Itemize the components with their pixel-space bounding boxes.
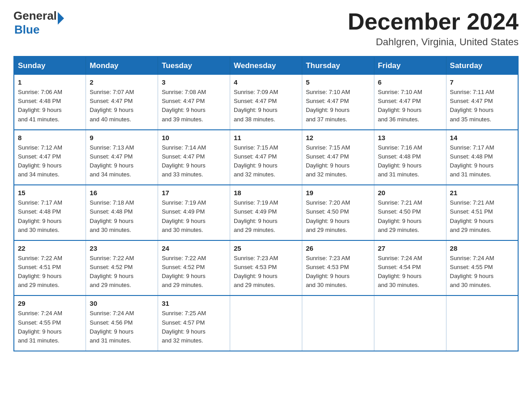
day-number: 26 — [306, 244, 370, 252]
calendar-cell: 5 Sunrise: 7:10 AMSunset: 4:47 PMDayligh… — [302, 75, 374, 130]
day-info: Sunrise: 7:10 AMSunset: 4:47 PMDaylight:… — [306, 89, 350, 122]
day-info: Sunrise: 7:08 AMSunset: 4:47 PMDaylight:… — [162, 89, 206, 122]
calendar-cell — [302, 295, 374, 351]
day-info: Sunrise: 7:22 AMSunset: 4:52 PMDaylight:… — [90, 255, 134, 288]
day-number: 12 — [306, 134, 370, 141]
day-number: 18 — [234, 189, 298, 197]
calendar-cell: 15 Sunrise: 7:17 AMSunset: 4:48 PMDaylig… — [14, 185, 86, 240]
day-number: 7 — [450, 78, 514, 86]
weekday-header-row: SundayMondayTuesdayWednesdayThursdayFrid… — [14, 56, 518, 75]
calendar-cell: 19 Sunrise: 7:20 AMSunset: 4:50 PMDaylig… — [302, 185, 374, 240]
calendar-cell: 20 Sunrise: 7:21 AMSunset: 4:50 PMDaylig… — [374, 185, 446, 240]
day-info: Sunrise: 7:17 AMSunset: 4:48 PMDaylight:… — [18, 199, 62, 233]
day-info: Sunrise: 7:22 AMSunset: 4:51 PMDaylight:… — [18, 255, 62, 288]
day-info: Sunrise: 7:09 AMSunset: 4:47 PMDaylight:… — [234, 89, 278, 122]
calendar-cell: 27 Sunrise: 7:24 AMSunset: 4:54 PMDaylig… — [374, 240, 446, 296]
calendar-cell: 8 Sunrise: 7:12 AMSunset: 4:47 PMDayligh… — [14, 130, 86, 185]
day-number: 4 — [234, 78, 298, 86]
day-number: 29 — [18, 300, 82, 307]
calendar-cell: 30 Sunrise: 7:24 AMSunset: 4:56 PMDaylig… — [86, 295, 158, 351]
day-info: Sunrise: 7:10 AMSunset: 4:47 PMDaylight:… — [378, 89, 422, 122]
day-number: 13 — [378, 134, 442, 141]
page-header: General Blue December 2024 Dahlgren, Vir… — [13, 9, 519, 48]
day-info: Sunrise: 7:24 AMSunset: 4:54 PMDaylight:… — [378, 255, 422, 288]
day-number: 17 — [162, 189, 226, 197]
day-number: 21 — [450, 189, 514, 197]
day-number: 25 — [234, 244, 298, 252]
day-number: 2 — [90, 78, 154, 86]
calendar-table: SundayMondayTuesdayWednesdayThursdayFrid… — [13, 56, 519, 351]
day-info: Sunrise: 7:19 AMSunset: 4:49 PMDaylight:… — [234, 199, 278, 233]
calendar-cell: 6 Sunrise: 7:10 AMSunset: 4:47 PMDayligh… — [374, 75, 446, 130]
calendar-cell: 14 Sunrise: 7:17 AMSunset: 4:48 PMDaylig… — [446, 130, 518, 185]
calendar-cell: 28 Sunrise: 7:24 AMSunset: 4:55 PMDaylig… — [446, 240, 518, 296]
day-info: Sunrise: 7:19 AMSunset: 4:49 PMDaylight:… — [162, 199, 206, 233]
day-number: 30 — [90, 300, 154, 307]
day-number: 9 — [90, 134, 154, 141]
calendar-cell — [230, 295, 302, 351]
calendar-week-row: 29 Sunrise: 7:24 AMSunset: 4:55 PMDaylig… — [14, 295, 518, 351]
day-number: 27 — [378, 244, 442, 252]
day-number: 19 — [306, 189, 370, 197]
day-info: Sunrise: 7:20 AMSunset: 4:50 PMDaylight:… — [306, 199, 350, 233]
day-number: 11 — [234, 134, 298, 141]
day-number: 14 — [450, 134, 514, 141]
day-number: 23 — [90, 244, 154, 252]
weekday-header-thursday: Thursday — [302, 56, 374, 75]
logo-blue-text: Blue — [14, 23, 64, 37]
weekday-header-monday: Monday — [86, 56, 158, 75]
day-info: Sunrise: 7:07 AMSunset: 4:47 PMDaylight:… — [90, 89, 134, 122]
calendar-week-row: 15 Sunrise: 7:17 AMSunset: 4:48 PMDaylig… — [14, 185, 518, 240]
title-area: December 2024 Dahlgren, Virginia, United… — [348, 9, 519, 48]
day-number: 15 — [18, 189, 82, 197]
calendar-cell: 24 Sunrise: 7:22 AMSunset: 4:52 PMDaylig… — [158, 240, 230, 296]
calendar-cell: 12 Sunrise: 7:15 AMSunset: 4:47 PMDaylig… — [302, 130, 374, 185]
day-number: 5 — [306, 78, 370, 86]
day-info: Sunrise: 7:13 AMSunset: 4:47 PMDaylight:… — [90, 144, 134, 178]
day-info: Sunrise: 7:14 AMSunset: 4:47 PMDaylight:… — [162, 144, 206, 178]
calendar-cell: 17 Sunrise: 7:19 AMSunset: 4:49 PMDaylig… — [158, 185, 230, 240]
calendar-cell: 1 Sunrise: 7:06 AMSunset: 4:48 PMDayligh… — [14, 75, 86, 130]
day-info: Sunrise: 7:24 AMSunset: 4:56 PMDaylight:… — [90, 310, 134, 343]
calendar-cell: 26 Sunrise: 7:23 AMSunset: 4:53 PMDaylig… — [302, 240, 374, 296]
calendar-cell: 11 Sunrise: 7:15 AMSunset: 4:47 PMDaylig… — [230, 130, 302, 185]
day-info: Sunrise: 7:25 AMSunset: 4:57 PMDaylight:… — [162, 310, 206, 343]
day-info: Sunrise: 7:17 AMSunset: 4:48 PMDaylight:… — [450, 144, 494, 178]
month-title: December 2024 — [348, 9, 519, 34]
day-number: 10 — [162, 134, 226, 141]
weekday-header-tuesday: Tuesday — [158, 56, 230, 75]
day-number: 24 — [162, 244, 226, 252]
day-info: Sunrise: 7:11 AMSunset: 4:47 PMDaylight:… — [450, 89, 494, 122]
calendar-cell: 22 Sunrise: 7:22 AMSunset: 4:51 PMDaylig… — [14, 240, 86, 296]
calendar-header: SundayMondayTuesdayWednesdayThursdayFrid… — [14, 56, 518, 75]
location-title: Dahlgren, Virginia, United States — [348, 36, 519, 48]
day-info: Sunrise: 7:23 AMSunset: 4:53 PMDaylight:… — [234, 255, 278, 288]
calendar-cell: 18 Sunrise: 7:19 AMSunset: 4:49 PMDaylig… — [230, 185, 302, 240]
day-number: 20 — [378, 189, 442, 197]
calendar-cell: 4 Sunrise: 7:09 AMSunset: 4:47 PMDayligh… — [230, 75, 302, 130]
weekday-header-wednesday: Wednesday — [230, 56, 302, 75]
day-number: 22 — [18, 244, 82, 252]
calendar-cell: 7 Sunrise: 7:11 AMSunset: 4:47 PMDayligh… — [446, 75, 518, 130]
day-info: Sunrise: 7:24 AMSunset: 4:55 PMDaylight:… — [450, 255, 494, 288]
day-number: 3 — [162, 78, 226, 86]
day-info: Sunrise: 7:15 AMSunset: 4:47 PMDaylight:… — [306, 144, 350, 178]
day-info: Sunrise: 7:06 AMSunset: 4:48 PMDaylight:… — [18, 89, 62, 122]
day-number: 1 — [18, 78, 82, 86]
logo: General Blue — [13, 9, 64, 37]
weekday-header-friday: Friday — [374, 56, 446, 75]
day-info: Sunrise: 7:18 AMSunset: 4:48 PMDaylight:… — [90, 199, 134, 233]
day-number: 31 — [162, 300, 226, 307]
calendar-cell: 16 Sunrise: 7:18 AMSunset: 4:48 PMDaylig… — [86, 185, 158, 240]
calendar-cell: 9 Sunrise: 7:13 AMSunset: 4:47 PMDayligh… — [86, 130, 158, 185]
calendar-week-row: 8 Sunrise: 7:12 AMSunset: 4:47 PMDayligh… — [14, 130, 518, 185]
weekday-header-saturday: Saturday — [446, 56, 518, 75]
calendar-cell: 13 Sunrise: 7:16 AMSunset: 4:48 PMDaylig… — [374, 130, 446, 185]
day-info: Sunrise: 7:24 AMSunset: 4:55 PMDaylight:… — [18, 310, 62, 343]
day-info: Sunrise: 7:21 AMSunset: 4:51 PMDaylight:… — [450, 199, 494, 233]
calendar-cell: 23 Sunrise: 7:22 AMSunset: 4:52 PMDaylig… — [86, 240, 158, 296]
calendar-cell: 21 Sunrise: 7:21 AMSunset: 4:51 PMDaylig… — [446, 185, 518, 240]
calendar-cell: 29 Sunrise: 7:24 AMSunset: 4:55 PMDaylig… — [14, 295, 86, 351]
weekday-header-sunday: Sunday — [14, 56, 86, 75]
day-info: Sunrise: 7:21 AMSunset: 4:50 PMDaylight:… — [378, 199, 422, 233]
